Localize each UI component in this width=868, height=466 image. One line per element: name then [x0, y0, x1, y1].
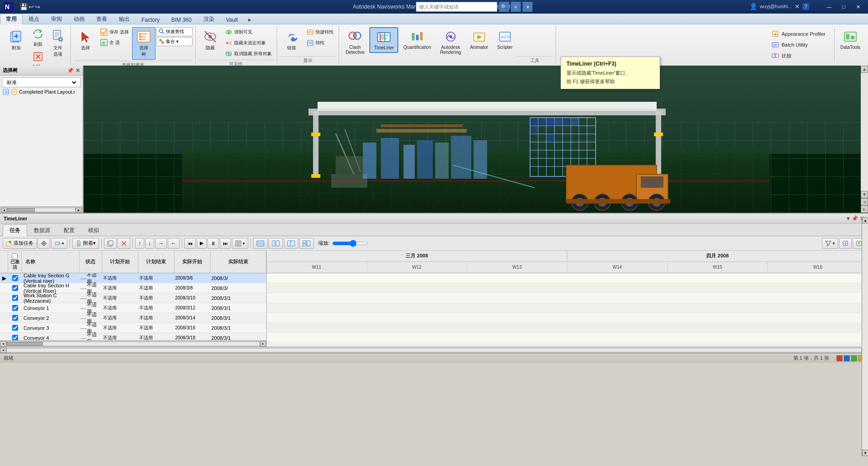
- left-hscroll-track[interactable]: [6, 342, 260, 346]
- vscroll-down-btn[interactable]: ▼: [861, 191, 868, 198]
- col-header-status[interactable]: 状态: [80, 251, 102, 273]
- table-row[interactable]: Work Station C (Mezzanine) — 不适用 不适用 不适用…: [0, 293, 266, 303]
- search-icon[interactable]: 🔍: [499, 2, 509, 12]
- window-controls[interactable]: — □ ✕: [823, 2, 864, 11]
- hide-button[interactable]: 隐藏: [198, 27, 222, 53]
- row-checkbox-2[interactable]: [8, 295, 22, 301]
- appearance-profiler-button[interactable]: Appearance Profiler: [768, 29, 830, 39]
- add-task-button[interactable]: 添加任务: [3, 238, 37, 249]
- batch-utility-button[interactable]: Batch Utility: [768, 40, 830, 50]
- select-all-button[interactable]: 全 全 选: [98, 38, 131, 48]
- row-checkbox-5[interactable]: [8, 325, 22, 331]
- tl-left-hscroll[interactable]: ◂ ▸: [0, 340, 266, 347]
- timeliner-button[interactable]: TimeLiner: [369, 27, 398, 53]
- tb-btn2[interactable]: [38, 238, 50, 249]
- tab-more-icon[interactable]: ▸: [245, 16, 254, 23]
- tb-up[interactable]: ↑: [135, 238, 144, 249]
- tb-export-btn[interactable]: [839, 238, 852, 249]
- tab-viewpoint[interactable]: 视点: [23, 14, 45, 24]
- tree-filter-select[interactable]: 标准 属性: [5, 79, 78, 86]
- horizontal-scrollbar[interactable]: ◂ ▸: [0, 206, 83, 213]
- vscroll-track[interactable]: [861, 73, 868, 191]
- vscroll-extra1[interactable]: ◀: [861, 198, 868, 205]
- row-checkbox-4[interactable]: [8, 315, 22, 321]
- row-check-4[interactable]: [12, 315, 18, 321]
- scrollbar-thumb[interactable]: [8, 208, 35, 212]
- force-visible-button[interactable]: 强制可见: [223, 27, 274, 37]
- autodesk-rendering-button[interactable]: AutodeskRendering: [436, 27, 465, 57]
- tb-next[interactable]: ⏭: [220, 238, 231, 249]
- zoom-slider[interactable]: [332, 240, 368, 247]
- swatch-blue[interactable]: [844, 355, 850, 361]
- scripter-button[interactable]: </> Scripter: [493, 27, 517, 52]
- tb-view1[interactable]: [253, 238, 268, 249]
- scroll-right-btn[interactable]: ▸: [75, 208, 82, 212]
- search-menu-icon[interactable]: ≡: [511, 2, 521, 12]
- search-input[interactable]: [416, 2, 497, 12]
- row-checkbox-1[interactable]: [8, 285, 22, 291]
- quickprops-button[interactable]: 快捷特性: [304, 27, 336, 37]
- viewport-3d[interactable]: ▲ ▼ ◀ ▶: [84, 66, 868, 213]
- col-header-actual-end[interactable]: 实际结束: [211, 251, 267, 273]
- vscroll-extra2[interactable]: ▶: [861, 205, 868, 213]
- close-panel-icon[interactable]: ✕: [75, 67, 80, 74]
- animator-button[interactable]: Animator: [466, 27, 492, 52]
- timeliner-dropdown-icon[interactable]: ▾: [847, 215, 849, 222]
- viewport-vscrollbar[interactable]: ▲ ▼ ◀ ▶: [861, 66, 868, 213]
- table-row[interactable]: Conveyor 1 — 不适用 不适用 不适用 2008/3/12 2008/…: [0, 303, 266, 313]
- tb-play[interactable]: ▶: [197, 238, 207, 249]
- tb-indent[interactable]: →: [155, 238, 167, 249]
- table-row[interactable]: Cable tray Section H (Vertical Riser) — …: [0, 283, 266, 293]
- tab-animation[interactable]: 动画: [68, 14, 90, 24]
- vscroll-up-btn[interactable]: ▲: [861, 66, 868, 73]
- table-row[interactable]: ▶ Cable tray Section G (Vertical riser) …: [0, 273, 266, 283]
- tab-view[interactable]: 查看: [90, 14, 113, 24]
- table-row[interactable]: Conveyor 4 — 不适用 不适用 不适用 2008/3/18 2008/…: [0, 333, 266, 340]
- tab-output[interactable]: 输出: [113, 14, 136, 24]
- tl-vscroll-track[interactable]: [862, 251, 868, 347]
- quick-find-button[interactable]: 快速查找: [156, 27, 193, 36]
- tl-tab-configure[interactable]: 配置: [57, 224, 81, 236]
- tb-delete[interactable]: [118, 238, 130, 249]
- tl-tab-tasks[interactable]: 任务: [3, 224, 27, 236]
- tb-outdent[interactable]: ←: [168, 238, 179, 249]
- row-check-3[interactable]: [12, 305, 18, 311]
- redo-quick-icon[interactable]: ↪: [35, 3, 40, 10]
- row-check-5[interactable]: [12, 325, 18, 331]
- tab-render[interactable]: 渲染: [198, 14, 220, 24]
- row-expand[interactable]: ▶: [0, 275, 8, 281]
- select-button[interactable]: 选择: [74, 27, 97, 53]
- left-scroll-left[interactable]: ◂: [0, 341, 6, 347]
- add-button[interactable]: 附加: [5, 27, 28, 53]
- tab-review[interactable]: 审阅: [45, 14, 68, 24]
- tb-prev[interactable]: ⏮: [184, 238, 196, 249]
- tb-pause[interactable]: ⏸: [208, 238, 219, 249]
- timeline-hscroll-track[interactable]: [6, 348, 862, 352]
- save-selection-button[interactable]: 保存 选择: [98, 27, 131, 37]
- swatch-red[interactable]: [836, 355, 843, 361]
- timeline-hscroll[interactable]: ◂ ▸: [0, 347, 868, 353]
- hide-unselected-button[interactable]: 隐藏未选定对象: [223, 38, 274, 48]
- tree-item-root[interactable]: 3D Completed Plant Layout.r: [2, 87, 81, 96]
- file-options-button[interactable]: 文件选项: [48, 27, 68, 59]
- tab-factory[interactable]: Factory: [136, 15, 165, 24]
- tb-btn3[interactable]: ▾: [51, 238, 67, 249]
- timeliner-pin-icon[interactable]: 📌: [851, 215, 858, 222]
- datatools-button[interactable]: DataTools: [835, 27, 866, 52]
- row-check-1[interactable]: [12, 285, 18, 291]
- tab-common[interactable]: 常用: [0, 14, 23, 24]
- tl-scroll-left[interactable]: ◂: [0, 347, 6, 353]
- minimize-button[interactable]: —: [823, 2, 835, 11]
- save-quick-icon[interactable]: 💾: [20, 3, 28, 10]
- quantification-button[interactable]: Quantification: [399, 27, 435, 52]
- sets-button[interactable]: 集合 ▾: [156, 37, 193, 46]
- scrollbar-track[interactable]: [7, 208, 75, 212]
- maximize-button[interactable]: □: [837, 2, 850, 11]
- refresh-button[interactable]: 刷新: [29, 27, 47, 49]
- col-header-planned-end[interactable]: 计划结束: [138, 251, 175, 273]
- tb-view2[interactable]: [269, 238, 283, 249]
- close-connection-icon[interactable]: ✕: [795, 3, 800, 10]
- compare-button[interactable]: 比较: [768, 51, 830, 61]
- close-button[interactable]: ✕: [852, 2, 864, 11]
- swatch-green[interactable]: [851, 355, 857, 361]
